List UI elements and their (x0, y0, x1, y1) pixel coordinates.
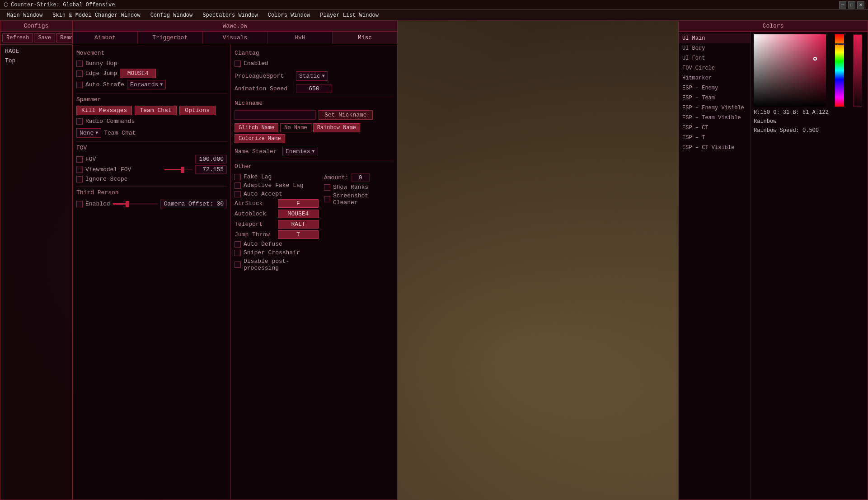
no-name-btn[interactable]: No Name (280, 123, 311, 132)
tab-hvh[interactable]: HvH (267, 32, 333, 44)
rainbow-label: Rainbow (754, 118, 865, 125)
menu-spectators-window[interactable]: Spectators Window (197, 11, 263, 20)
autoblock-row: Autoblock MOUSE4 (235, 209, 319, 219)
other-right: Amount: 9 Show Ranks Screenshot Cleaner (324, 173, 394, 272)
title-bar-left: ⬡ Counter-Strike: Global Offensive (4, 1, 115, 8)
autoblock-label: Autoblock (235, 210, 275, 217)
radio-commands-checkbox[interactable] (76, 118, 83, 125)
wawe-right-column: Clantag Enabled ProLeagueSport Static ▼ … (231, 44, 397, 500)
alpha-area (853, 34, 862, 107)
glitch-name-btn[interactable]: Glitch Name (235, 123, 278, 132)
color-item-fov-circle[interactable]: FOV Circle (679, 63, 751, 73)
menu-config-window[interactable]: Config Window (145, 11, 198, 20)
sniper-crosshair-row: Sniper Crosshair (235, 248, 319, 257)
autoblock-key[interactable]: MOUSE4 (278, 210, 319, 218)
tab-aimbot[interactable]: Aimbot (73, 32, 138, 44)
menu-main-window[interactable]: Main Window (2, 11, 47, 20)
name-stealer-dropdown[interactable]: Enemies ▼ (282, 147, 318, 156)
fake-lag-checkbox[interactable] (235, 174, 241, 180)
edge-jump-key[interactable]: MOUSE4 (120, 69, 156, 78)
edge-jump-checkbox[interactable] (76, 70, 83, 77)
auto-defuse-checkbox[interactable] (235, 241, 241, 248)
auto-defuse-label: Auto Defuse (244, 241, 282, 248)
sniper-crosshair-checkbox[interactable] (235, 250, 241, 256)
disable-postprocessing-row: Disable post-processing (235, 257, 319, 272)
color-item-esp-team-visible[interactable]: ESP – Team Visible (679, 113, 751, 123)
clantag-section-label: Clantag (235, 50, 394, 56)
teleport-key[interactable]: RALT (278, 220, 319, 229)
menu-player-list[interactable]: Player List Window (315, 11, 384, 20)
divider-3 (76, 186, 227, 187)
set-nickname-btn[interactable]: Set Nickname (319, 110, 373, 120)
screenshot-cleaner-checkbox[interactable] (324, 196, 330, 202)
colors-list: UI Main UI Body UI Font FOV Circle Hitma… (679, 32, 751, 499)
bunny-hop-checkbox[interactable] (76, 61, 83, 67)
color-item-ui-main[interactable]: UI Main (679, 33, 751, 43)
tab-triggerbot[interactable]: Triggerbot (138, 32, 203, 44)
hue-bar[interactable] (835, 34, 844, 107)
third-person-enabled-checkbox[interactable] (76, 201, 83, 207)
auto-accept-checkbox[interactable] (235, 191, 241, 197)
enabled-row: Enabled Camera Offset: 30 (76, 199, 227, 209)
configs-list: RAGE Top (0, 45, 72, 67)
divider-r1 (235, 97, 394, 97)
refresh-button[interactable]: Refresh (2, 33, 33, 42)
airstuck-key[interactable]: F (278, 199, 319, 208)
viewmodel-fov-checkbox[interactable] (76, 167, 83, 173)
airstuck-label: AirStuck (235, 200, 275, 207)
viewmodel-fov-row: Viewmodel FOV 72.155 (76, 164, 227, 175)
edge-jump-row: Edge Jump MOUSE4 (76, 68, 227, 79)
fov-label: FOV (85, 156, 96, 163)
show-ranks-checkbox[interactable] (324, 184, 330, 191)
adaptive-fake-lag-checkbox[interactable] (235, 182, 241, 189)
proleague-dropdown[interactable]: Static ▼ (296, 71, 328, 81)
alpha-bar[interactable] (853, 34, 862, 107)
jump-throw-key[interactable]: T (278, 230, 319, 239)
colorize-name-btn[interactable]: Colorize Name (235, 134, 285, 143)
disable-postprocessing-checkbox[interactable] (235, 262, 241, 268)
name-stealer-label: Name Stealer (235, 148, 280, 155)
kill-messages-btn[interactable]: Kill Messages (76, 106, 132, 115)
color-item-esp-ct[interactable]: ESP – CT (679, 123, 751, 133)
tab-visuals[interactable]: Visuals (203, 32, 268, 44)
ignore-scope-checkbox[interactable] (76, 176, 83, 182)
color-item-esp-t[interactable]: ESP – T (679, 133, 751, 143)
color-item-ui-font[interactable]: UI Font (679, 53, 751, 63)
game-area (398, 21, 678, 500)
color-item-ui-body[interactable]: UI Body (679, 43, 751, 53)
fov-checkbox[interactable] (76, 156, 83, 163)
save-button[interactable]: Save (34, 33, 55, 42)
rainbow-name-btn[interactable]: Rainbow Name (313, 123, 360, 132)
options-btn[interactable]: Options (179, 106, 216, 115)
ignore-scope-label: Ignore Scope (85, 176, 128, 182)
viewmodel-track[interactable] (164, 169, 192, 170)
clantag-enabled-row: Enabled (235, 59, 394, 68)
color-item-esp-ct-visible[interactable]: ESP – CT Visible (679, 143, 751, 153)
tab-misc[interactable]: Misc (333, 32, 397, 44)
menu-colors-window[interactable]: Colors Window (263, 11, 315, 20)
color-item-hitmarker[interactable]: Hitmarker (679, 73, 751, 83)
team-chat-btn[interactable]: Team Chat (135, 106, 176, 115)
menu-skin-model[interactable]: Skin & Model Changer Window (47, 11, 145, 20)
viewmodel-slider (164, 169, 192, 170)
nickname-input[interactable] (235, 110, 316, 120)
auto-strafe-checkbox[interactable] (76, 82, 83, 88)
clantag-enabled-checkbox[interactable] (235, 61, 241, 67)
jump-throw-row: Jump Throw T (235, 229, 319, 240)
config-item-top[interactable]: Top (2, 56, 70, 65)
close-button[interactable]: ✕ (857, 1, 864, 9)
auto-strafe-dropdown[interactable]: Forwards ▼ (127, 80, 166, 89)
spammer-dropdown[interactable]: None ▼ (76, 128, 101, 138)
config-item-rage[interactable]: RAGE (2, 47, 70, 56)
maximize-button[interactable]: □ (848, 1, 855, 9)
color-item-esp-team[interactable]: ESP – Team (679, 93, 751, 103)
camera-offset-track[interactable] (113, 203, 158, 205)
camera-offset-value: Camera Offset: 30 (160, 200, 227, 208)
screenshot-cleaner-row: Screenshot Cleaner (324, 192, 394, 207)
proleague-arrow: ▼ (322, 74, 325, 79)
minimize-button[interactable]: ─ (839, 1, 846, 9)
color-gradient[interactable] (754, 34, 826, 107)
color-item-esp-enemy-visible[interactable]: ESP – Enemy Visible (679, 103, 751, 113)
color-item-esp-enemy[interactable]: ESP – Enemy (679, 83, 751, 93)
auto-accept-label: Auto Accept (244, 191, 282, 197)
